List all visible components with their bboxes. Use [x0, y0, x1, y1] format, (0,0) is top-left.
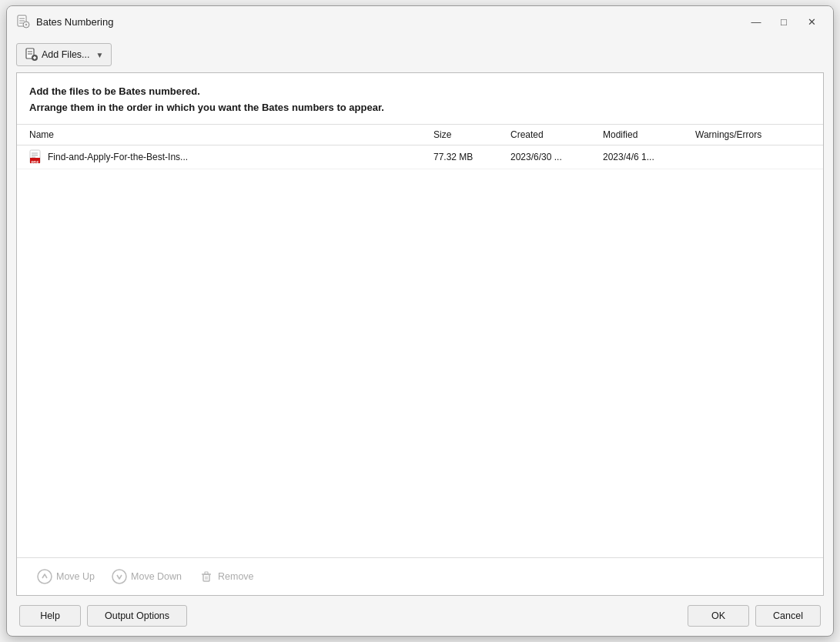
- table-row[interactable]: PDF Find-and-Apply-For-the-Best-Ins... 7…: [17, 145, 823, 169]
- file-name-cell: PDF Find-and-Apply-For-the-Best-Ins...: [29, 149, 433, 165]
- svg-point-19: [38, 570, 52, 583]
- ok-button[interactable]: OK: [688, 605, 749, 627]
- maximize-button[interactable]: □: [771, 12, 796, 31]
- cancel-button[interactable]: Cancel: [755, 605, 821, 627]
- title-bar-controls: — □ ✕: [744, 12, 824, 31]
- title-bar-left: Bates Numbering: [16, 15, 113, 28]
- move-up-button[interactable]: Move Up: [29, 566, 102, 587]
- table-header: Name Size Created Modified Warnings/Erro…: [17, 125, 823, 145]
- svg-rect-21: [203, 574, 209, 581]
- col-header-size: Size: [433, 129, 510, 140]
- col-header-created: Created: [510, 129, 603, 140]
- instructions-line2: Arrange them in the order in which you w…: [29, 100, 811, 116]
- move-down-icon: [112, 569, 127, 584]
- add-files-button[interactable]: Add Files... ▼: [16, 43, 112, 66]
- footer-left: Help Output Options: [19, 605, 187, 627]
- move-up-icon: [37, 569, 52, 584]
- window-title: Bates Numbering: [36, 16, 113, 28]
- help-button[interactable]: Help: [19, 605, 81, 627]
- file-created: 2023/6/30 ...: [510, 152, 603, 162]
- move-down-button[interactable]: Move Down: [104, 566, 189, 587]
- title-bar: Bates Numbering — □ ✕: [7, 6, 833, 37]
- svg-text:PDF: PDF: [32, 159, 39, 164]
- add-files-icon: [25, 48, 38, 62]
- bates-numbering-window: Bates Numbering — □ ✕ Add Files... ▼: [6, 5, 834, 637]
- remove-button[interactable]: Remove: [191, 566, 262, 587]
- svg-rect-23: [205, 572, 208, 574]
- minimize-button[interactable]: —: [744, 12, 768, 31]
- remove-label: Remove: [218, 571, 254, 582]
- dropdown-arrow-icon: ▼: [96, 51, 104, 59]
- svg-point-20: [112, 570, 126, 583]
- file-size: 77.32 MB: [433, 152, 510, 162]
- toolbar: Add Files... ▼: [7, 37, 833, 72]
- instructions-area: Add the files to be Bates numbered. Arra…: [17, 73, 823, 125]
- add-files-label: Add Files...: [42, 49, 90, 60]
- col-header-name: Name: [29, 129, 433, 140]
- move-down-label: Move Down: [131, 571, 182, 582]
- close-button[interactable]: ✕: [799, 12, 824, 31]
- footer: Help Output Options OK Cancel: [7, 596, 833, 636]
- col-header-warnings: Warnings/Errors: [695, 129, 811, 140]
- pdf-icon: PDF: [29, 149, 43, 165]
- table-body: PDF Find-and-Apply-For-the-Best-Ins... 7…: [17, 145, 823, 557]
- file-modified: 2023/4/6 1...: [603, 152, 695, 162]
- bottom-toolbar: Move Up Move Down Remove: [17, 557, 823, 595]
- file-name: Find-and-Apply-For-the-Best-Ins...: [48, 152, 188, 162]
- file-table: Name Size Created Modified Warnings/Erro…: [17, 125, 823, 557]
- instructions-line1: Add the files to be Bates numbered.: [29, 84, 811, 100]
- col-header-modified: Modified: [603, 129, 695, 140]
- output-options-button[interactable]: Output Options: [87, 605, 187, 627]
- main-panel: Add the files to be Bates numbered. Arra…: [16, 72, 824, 596]
- footer-right: OK Cancel: [688, 605, 821, 627]
- move-up-label: Move Up: [56, 571, 95, 582]
- window-icon: [16, 15, 30, 28]
- trash-icon: [199, 569, 214, 584]
